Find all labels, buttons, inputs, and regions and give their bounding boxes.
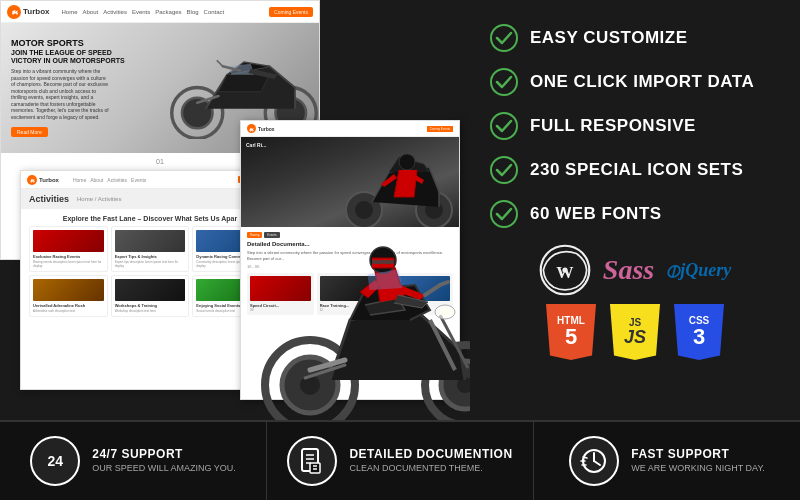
activities-sub-title: Explore the Fast Lane – Discover What Se… — [29, 215, 271, 222]
feature-text-responsive: FULL RESPONSIVE — [530, 116, 696, 136]
doc-text: DETAILED DOCUMENTION CLEAN DOCUMENTED TH… — [349, 447, 512, 475]
js-shield: JS JS — [610, 304, 660, 360]
activity-desc-5: Workshop description text here — [115, 309, 186, 313]
feature-text-icons: 230 SPECIAL ICON SETS — [530, 160, 743, 180]
blog-rider-svg — [339, 142, 459, 227]
feature-text-easy: EASY CUSTOMIZE — [530, 28, 688, 48]
html5-badge: HTML 5 — [546, 304, 596, 360]
svg-point-20 — [491, 25, 517, 51]
clock-icon-circle — [569, 436, 619, 486]
mockup-brand: 🏍 Turbox — [7, 5, 50, 19]
feature-one-click: ONE CLICK IMPORT DATA — [490, 62, 780, 102]
blog-card-title: Carl Ri... — [246, 142, 266, 148]
coming-events-btn[interactable]: Coming Events — [269, 7, 313, 17]
blog-logo: 🏍 Turbox — [247, 124, 275, 133]
activity-card-4: Unrivalled Adrenaline Rush Adrenaline ru… — [29, 275, 108, 317]
mockup-hero-desc: Step into a vibrant community where the … — [11, 68, 111, 120]
documentation-item: DETAILED DOCUMENTION CLEAN DOCUMENTED TH… — [267, 422, 534, 500]
blog-hero-img: Carl Ri... — [241, 137, 459, 227]
fast-support-title: FAST SUPPORT — [631, 447, 765, 461]
svg-point-10 — [399, 154, 415, 170]
activity-desc-4: Adrenaline rush description text — [33, 309, 104, 313]
support-text: 24/7 SUPPORT OUR SPEED WILL AMAZING YOU. — [92, 447, 236, 475]
check-icon-responsive — [490, 112, 518, 140]
check-icon-import — [490, 68, 518, 96]
activity-img-2 — [115, 230, 186, 252]
feature-responsive: FULL RESPONSIVE — [490, 106, 780, 146]
blog-coming-btn: Coming Events — [427, 126, 453, 132]
activity-card-5: Workshops & Training Workshop descriptio… — [111, 275, 190, 317]
activity-desc-2: Expert tips description lorem ipsum text… — [115, 260, 186, 268]
tech-badges-row: HTML 5 JS JS CSS 3 — [490, 304, 780, 360]
support-title: 24/7 SUPPORT — [92, 447, 236, 461]
js-badge: JS JS — [610, 304, 660, 360]
html5-number: 5 — [565, 326, 577, 348]
fast-support-item: FAST SUPPORT WE ARE WORKING NIGHT DAY. — [534, 422, 800, 500]
fast-support-subtitle: WE ARE WORKING NIGHT DAY. — [631, 463, 765, 475]
document-icon — [298, 447, 326, 475]
activity-img-4 — [33, 279, 104, 301]
mockup-nav: 🏍 Turbox Home About Activities Events Pa… — [1, 1, 319, 23]
activity-img-1 — [33, 230, 104, 252]
blog-nav: 🏍 Turbox Coming Events — [241, 121, 459, 137]
doc-subtitle: CLEAN DOCUMENTED THEME. — [349, 463, 512, 475]
features-panel: EASY CUSTOMIZE ONE CLICK IMPORT DATA FUL… — [470, 0, 800, 420]
mockup-hero-title: MOTOR SPORTS — [11, 38, 125, 49]
svg-point-21 — [491, 69, 517, 95]
html5-shield: HTML 5 — [546, 304, 596, 360]
doc-icon-circle — [287, 436, 337, 486]
svg-line-5 — [217, 60, 223, 66]
activity-img-5 — [115, 279, 186, 301]
activity-title-5: Workshops & Training — [115, 303, 186, 308]
fast-support-text: FAST SUPPORT WE ARE WORKING NIGHT DAY. — [631, 447, 765, 475]
mockup-hero-headline: Join the League of SpeedVictory in Our M… — [11, 49, 125, 66]
activity-card-1: Exclusive Racing Events Racing events de… — [29, 226, 108, 272]
sass-logo: Sass — [603, 254, 654, 286]
clock-icon — [580, 447, 608, 475]
preview-panel: 🏍 Turbox Home About Activities Events Pa… — [0, 0, 470, 420]
big-motorcycle-overlay — [250, 230, 470, 420]
mockup-logo-icon: 🏍 — [7, 5, 21, 19]
svg-line-37 — [594, 461, 600, 465]
mockup-read-more-btn[interactable]: Read More — [11, 127, 48, 137]
svg-point-7 — [355, 201, 373, 219]
check-icon-icons — [490, 156, 518, 184]
bottom-bar: 24 24/7 SUPPORT OUR SPEED WILL AMAZING Y… — [0, 420, 800, 500]
activities-grid: Exclusive Racing Events Racing events de… — [29, 226, 271, 317]
feature-web-fonts: 60 WEB FONTS — [490, 194, 780, 234]
activity-title-4: Unrivalled Adrenaline Rush — [33, 303, 104, 308]
svg-point-13 — [300, 375, 320, 395]
js-number: JS — [624, 328, 646, 346]
activities-logo: 🏍 Turbox — [27, 175, 59, 185]
support-hours-text: 24 — [47, 453, 63, 469]
activity-card-2: Expert Tips & Insights Expert tips descr… — [111, 226, 190, 272]
svg-rect-32 — [310, 463, 320, 473]
wordpress-logo: W — [539, 244, 591, 296]
support-item: 24 24/7 SUPPORT OUR SPEED WILL AMAZING Y… — [0, 422, 267, 500]
blog-logo-icon: 🏍 — [247, 124, 256, 133]
svg-point-24 — [491, 201, 517, 227]
support-24-badge: 24 — [30, 436, 80, 486]
svg-point-22 — [491, 113, 517, 139]
css3-shield: CSS 3 — [674, 304, 724, 360]
jquery-logo: ⦶ jQuery — [666, 259, 731, 282]
check-icon-fonts — [490, 200, 518, 228]
svg-point-19 — [439, 308, 451, 316]
feature-easy-customize: EASY CUSTOMIZE — [490, 18, 780, 58]
svg-text:W: W — [556, 263, 574, 282]
activities-nav-links: HomeAboutActivitiesEvents — [73, 177, 146, 183]
svg-point-23 — [491, 157, 517, 183]
check-icon-easy — [490, 24, 518, 52]
tech-logos-row: W Sass ⦶ jQuery — [490, 244, 780, 296]
feature-icon-sets: 230 SPECIAL ICON SETS — [490, 150, 780, 190]
activity-title-1: Exclusive Racing Events — [33, 254, 104, 259]
feature-text-fonts: 60 WEB FONTS — [530, 204, 662, 224]
mockup-hero-text: MOTOR SPORTS Join the League of SpeedVic… — [11, 38, 125, 139]
support-subtitle: OUR SPEED WILL AMAZING YOU. — [92, 463, 236, 475]
css3-badge: CSS 3 — [674, 304, 724, 360]
activities-logo-icon: 🏍 — [27, 175, 37, 185]
activity-desc-1: Racing events description lorem ipsum te… — [33, 260, 104, 268]
css3-number: 3 — [693, 326, 705, 348]
activity-title-2: Expert Tips & Insights — [115, 254, 186, 259]
feature-text-import: ONE CLICK IMPORT DATA — [530, 72, 754, 92]
